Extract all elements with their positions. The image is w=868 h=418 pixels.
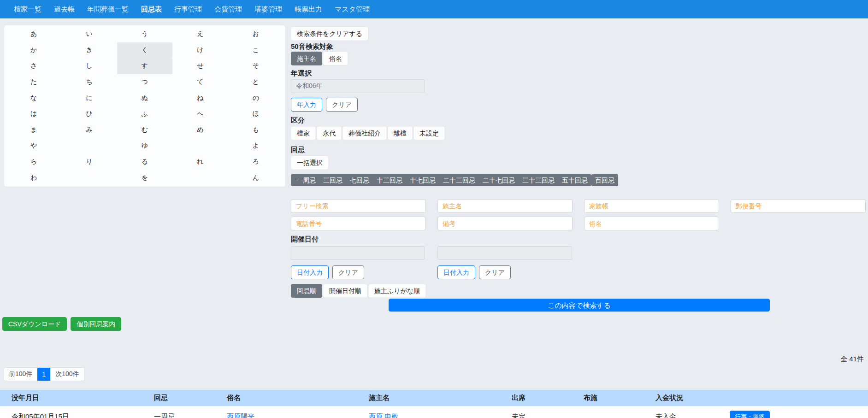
kana-cell-mi[interactable]: み [61,122,117,138]
nav-item-event-management[interactable]: 行事管理 [174,5,202,14]
kaiki-3rd-button[interactable]: 三回忌 [319,174,346,186]
kana-cell-ku[interactable]: く [117,42,172,59]
common-name-link[interactable]: 西原陽光 [227,412,254,418]
search-submit-button[interactable]: この内容で検索する [389,299,770,312]
kaiki-1st-button[interactable]: 一周忌 [293,174,319,186]
kana-cell-to[interactable]: と [228,74,283,90]
kana-cell-me[interactable]: め [172,122,228,138]
kubun-eitai-button[interactable]: 永代 [317,126,342,140]
clear-search-conditions-button[interactable]: 検索条件をクリアする [291,27,368,41]
kana-cell-chi[interactable]: ち [61,74,117,90]
individual-kaiki-notice-button[interactable]: 個別回忌案内 [71,317,121,331]
kana-cell-yo[interactable]: よ [228,138,283,154]
kana-cell-sa[interactable]: さ [6,58,61,74]
kana-cell-ru[interactable]: る [117,154,172,170]
common-name-input[interactable] [584,217,719,230]
kaiki-100th-button[interactable]: 百回忌 [591,174,618,186]
kana-target-owner-button[interactable]: 施主名 [291,52,322,65]
kaiki-13th-button[interactable]: 十三回忌 [373,174,406,186]
kana-cell-re[interactable]: れ [172,154,228,170]
kana-cell-so[interactable]: そ [228,58,283,74]
kana-cell-no[interactable]: の [228,90,283,106]
kana-cell-e[interactable]: え [172,26,228,42]
kaiki-17th-button[interactable]: 十七回忌 [406,174,439,186]
year-input[interactable] [291,79,425,93]
kana-cell-he[interactable]: へ [172,106,228,122]
kana-cell-wo[interactable]: を [117,170,172,186]
kana-cell-yu[interactable]: ゆ [117,138,172,154]
csv-download-button[interactable]: CSVダウンロード [2,317,67,331]
kana-cell-ri[interactable]: り [61,154,117,170]
kana-cell-ni[interactable]: に [61,90,117,106]
kubun-danka-button[interactable]: 檀家 [291,126,316,140]
nav-item-danka-list[interactable]: 檀家一覧 [14,5,41,14]
kana-cell-te[interactable]: て [172,74,228,90]
kana-cell-ta[interactable]: た [6,74,61,90]
nav-item-annual-funerals[interactable]: 年間葬儀一覧 [87,5,129,14]
kaiki-23rd-button[interactable]: 二十三回忌 [439,174,479,186]
event-toba-button[interactable]: 行事・塔婆 [730,411,770,418]
kana-cell-u[interactable]: う [117,26,172,42]
kana-cell-ha[interactable]: は [6,106,61,122]
nav-item-kakocho[interactable]: 過去帳 [54,5,75,14]
owner-name-link[interactable]: 西原 申敬 [369,412,398,418]
kana-cell-mo[interactable]: も [228,122,283,138]
sort-by-kaiki-button[interactable]: 回忌順 [291,284,322,298]
kana-cell-n[interactable]: ん [228,170,283,186]
date-from-clear-button[interactable]: クリア [332,265,364,279]
kana-cell-na[interactable]: な [6,90,61,106]
family-book-input[interactable] [584,199,719,213]
remarks-input[interactable] [437,217,573,230]
kana-cell-ka[interactable]: か [6,42,61,59]
kana-cell-nu[interactable]: ぬ [117,90,172,106]
kana-cell-hi[interactable]: ひ [61,106,117,122]
kaiki-50th-button[interactable]: 五十回忌 [558,174,591,186]
kana-cell-su[interactable]: す [117,58,172,74]
year-enter-button[interactable]: 年入力 [291,98,322,112]
nav-item-master-management[interactable]: マスタ管理 [335,5,370,14]
kana-cell-ko[interactable]: こ [228,42,283,59]
kubun-funeral-referral-button[interactable]: 葬儀社紹介 [342,126,387,140]
kana-cell-ra[interactable]: ら [6,154,61,170]
kana-cell-ro[interactable]: ろ [228,154,283,170]
year-clear-button[interactable]: クリア [326,98,358,112]
kana-cell-ne[interactable]: ね [172,90,228,106]
kubun-ridan-button[interactable]: 離檀 [388,126,413,140]
kana-cell-ke[interactable]: け [172,42,228,59]
date-to-clear-button[interactable]: クリア [479,265,511,279]
kana-cell-wa[interactable]: わ [6,170,61,186]
postal-code-input[interactable] [731,199,866,213]
kana-cell-ki[interactable]: き [61,42,117,59]
kana-cell-ya[interactable]: や [6,138,61,154]
kana-cell-fu[interactable]: ふ [117,106,172,122]
event-date-to-input[interactable] [437,246,572,260]
kana-cell-i[interactable]: い [61,26,117,42]
kana-cell-mu[interactable]: む [117,122,172,138]
sort-by-event-date-button[interactable]: 開催日付順 [323,284,367,298]
pagination-current-page[interactable]: 1 [37,368,51,381]
sort-by-owner-furigana-button[interactable]: 施主ふりがな順 [368,284,426,298]
kaiki-33rd-button[interactable]: 三十三回忌 [519,174,558,186]
kana-cell-ma[interactable]: ま [6,122,61,138]
kaiki-bulk-select-button[interactable]: 一括選択 [291,156,329,170]
nav-item-toba-management[interactable]: 塔婆管理 [254,5,282,14]
event-date-from-input[interactable] [291,246,425,260]
phone-number-input[interactable] [291,217,426,230]
kana-cell-ho[interactable]: ほ [228,106,283,122]
kana-cell-shi[interactable]: し [61,58,117,74]
kana-cell-tsu[interactable]: つ [117,74,172,90]
kana-target-common-name-button[interactable]: 俗名 [323,52,348,65]
nav-item-report-output[interactable]: 帳票出力 [295,5,322,14]
pagination-next-button[interactable]: 次100件 [51,368,83,381]
kubun-unset-button[interactable]: 未設定 [413,126,445,140]
nav-item-kaiki-table[interactable]: 回忌表 [141,5,162,14]
kaiki-27th-button[interactable]: 二十七回忌 [479,174,519,186]
date-to-enter-button[interactable]: 日付入力 [437,265,475,279]
date-from-enter-button[interactable]: 日付入力 [291,265,329,279]
owner-name-input[interactable] [437,199,573,213]
kana-cell-o[interactable]: お [228,26,283,42]
nav-item-fee-management[interactable]: 会費管理 [214,5,242,14]
kaiki-7th-button[interactable]: 七回忌 [346,174,373,186]
free-search-input[interactable] [291,199,426,213]
kana-cell-se[interactable]: せ [172,58,228,74]
